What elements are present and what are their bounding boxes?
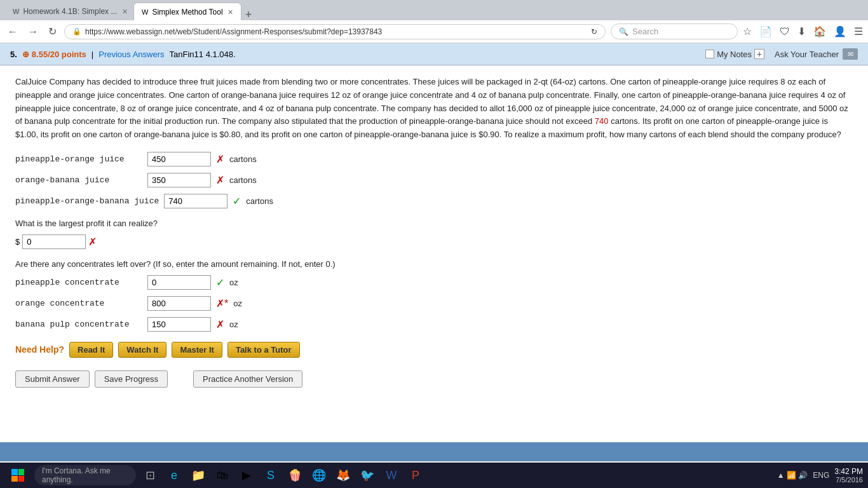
refresh-small[interactable]: ↻ [591,27,597,36]
juice3-unit: cartons [246,196,273,206]
c2-row: orange concentrate ✗* oz [15,296,853,311]
juice1-status: ✗ [216,153,224,165]
page-content: 5. ⊕ 8.55/20 points | Previous Answers T… [0,43,868,442]
submit-answer-button[interactable]: Submit Answer [15,370,90,388]
watch-it-button[interactable]: Watch It [118,342,166,358]
tab-2[interactable]: W Simplex Method Tool × [133,3,241,20]
juice3-label: pineapple-orange-banana juice [15,196,159,206]
separator: | [92,50,93,59]
juice3-status: ✓ [233,195,241,207]
juice3-input[interactable] [164,194,227,208]
account-icon[interactable]: 👤 [834,25,846,37]
refresh-button[interactable]: ↻ [46,23,59,40]
juice1-input[interactable] [147,152,211,166]
header-right: My Notes + Ask Your Teacher ✉ [705,48,858,60]
master-it-button[interactable]: Master It [172,342,222,358]
back-button[interactable]: ← [5,24,20,40]
question-header: 5. ⊕ 8.55/20 points | Previous Answers T… [0,43,868,65]
reading-mode-icon[interactable]: 📄 [759,25,772,37]
menu-icon[interactable]: ☰ [854,25,863,37]
dollar-sign: $ [15,237,20,247]
points-value: 8.55/20 points [32,50,86,59]
juice2-label: orange-banana juice [15,175,142,185]
juice2-unit: cartons [229,175,257,185]
c3-unit: oz [229,320,238,329]
prev-answers-link[interactable]: Previous Answers [98,50,164,59]
search-icon: 🔍 [619,27,628,36]
c3-status: ✗ [216,318,224,330]
bookmark-icon[interactable]: ☆ [743,25,752,37]
email-icon[interactable]: ✉ [843,48,858,60]
ask-teacher-button[interactable]: Ask Your Teacher [775,50,839,59]
question-number: 5. [10,50,17,59]
ask-teacher-area: Ask Your Teacher ✉ [775,48,858,60]
tab1-favicon: W [13,8,19,15]
juice2-input[interactable] [147,173,211,187]
search-placeholder: Search [632,27,658,36]
talk-to-tutor-button[interactable]: Talk to a Tutor [227,342,300,358]
download-icon[interactable]: ⬇ [797,25,806,37]
url-text: https://www.webassign.net/web/Student/As… [85,27,591,36]
c3-label: banana pulp concentrate [15,320,142,329]
practice-another-button[interactable]: Practice Another Version [193,370,302,388]
need-help-label: Need Help? [15,344,64,355]
c2-input[interactable] [147,296,211,311]
tab2-label: Simplex Method Tool [152,8,222,17]
c1-row: pineapple concentrate ✓ oz [15,275,853,290]
tab1-close[interactable]: × [122,6,127,17]
forward-button[interactable]: → [25,24,41,40]
tab2-close[interactable]: × [228,7,233,17]
c3-input[interactable] [147,317,211,332]
c2-unit: oz [233,299,242,308]
tab-bar: W Homework 4.1B: Simplex ... × W Simplex… [0,0,868,20]
juice1-label: pineapple-orange juice [15,154,142,164]
new-tab-button[interactable]: + [245,9,252,20]
notes-label: My Notes [717,50,752,59]
question-body: CalJuice Company has decided to introduc… [0,65,868,398]
concentrates-question: Are there any concentrates left over? (I… [15,259,853,269]
toolbar-icons: ☆ 📄 🛡 ⬇ 🏠 👤 ☰ [743,25,863,37]
read-it-button[interactable]: Read It [69,342,113,358]
juice2-status: ✗ [216,174,224,186]
tab1-label: Homework 4.1B: Simplex ... [23,7,117,16]
c2-label: orange concentrate [15,299,142,308]
secure-icon: 🔒 [72,27,81,36]
profit-question: What is the largest profit it can realiz… [15,219,853,228]
pocket-icon[interactable]: 🛡 [780,26,790,37]
my-notes-button[interactable]: My Notes + [705,49,764,59]
points-badge: ⊕ 8.55/20 points [22,50,86,59]
juice2-row: orange-banana juice ✗ cartons [15,173,853,187]
tab-1[interactable]: W Homework 4.1B: Simplex ... × [5,3,132,20]
search-box[interactable]: 🔍 Search [611,24,738,39]
profit-status: ✗ [88,236,97,248]
home-icon[interactable]: 🏠 [813,25,826,37]
problem-text: CalJuice Company has decided to introduc… [15,76,853,142]
need-help-section: Need Help? Read It Watch It Master It Ta… [15,342,853,358]
url-bar[interactable]: 🔒 https://www.webassign.net/web/Student/… [64,24,606,39]
profit-input[interactable] [22,234,86,249]
action-buttons: Submit Answer Save Progress Practice Ano… [15,370,853,388]
c1-label: pineapple concentrate [15,278,142,287]
juice1-row: pineapple-orange juice ✗ cartons [15,152,853,166]
tab2-favicon: W [142,8,148,16]
notes-checkbox[interactable] [705,50,714,58]
c1-status: ✓ [216,276,224,288]
highlight-number: 740 [595,116,609,126]
c1-input[interactable] [147,275,211,290]
profit-input-row: $ ✗ [15,234,853,249]
address-bar: ← → ↻ 🔒 https://www.webassign.net/web/St… [0,20,868,43]
course-code: TanFin11 4.1.048. [170,50,236,59]
c2-status: ✗* [216,297,228,309]
c3-row: banana pulp concentrate ✗ oz [15,317,853,332]
bottom-bar [0,442,868,461]
juice3-row: pineapple-orange-banana juice ✓ cartons [15,194,853,208]
notes-plus-icon[interactable]: + [754,49,764,59]
c1-unit: oz [229,278,238,287]
juice1-unit: cartons [229,154,257,164]
save-progress-button[interactable]: Save Progress [95,370,168,388]
